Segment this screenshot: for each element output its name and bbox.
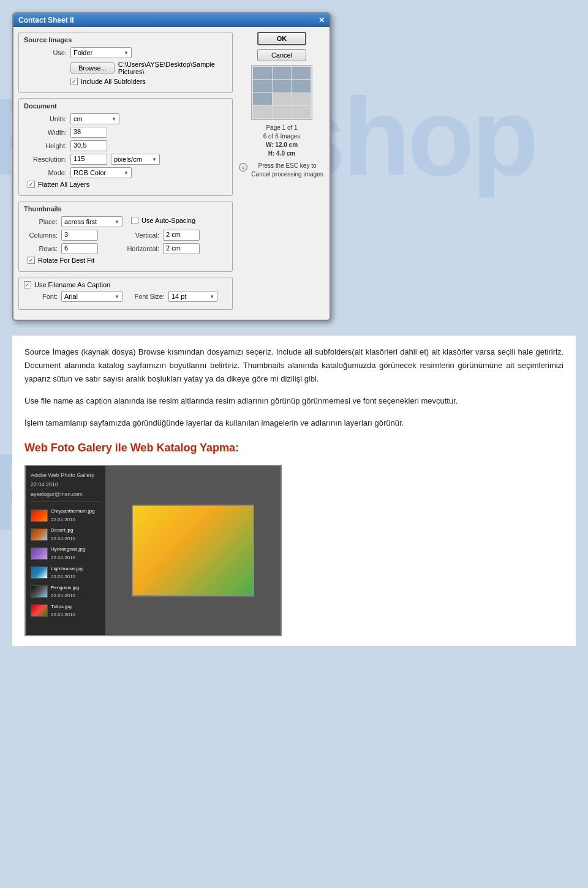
esc-text: Press the ESC key to Cancel processing i… xyxy=(250,162,325,179)
flatten-label: Flatten All Layers xyxy=(38,181,89,188)
gallery-item-chrysanthemum[interactable]: Chrysanthemum.jpg 22.04.2010 xyxy=(31,507,100,524)
gallery-item-info-2: Desert.jpg 22.04.2010 xyxy=(51,526,75,543)
gallery-sidebar: Adobe Web Photo Gallery 22.04.2010 aysel… xyxy=(26,466,105,635)
dialog-left-panel: Source Images Use: Folder ▼ Browse... C: xyxy=(18,32,233,315)
place-row: Place: across first ▼ Use Auto-Spacing xyxy=(24,216,227,227)
caption-label: Use Filename As Caption xyxy=(34,281,110,288)
height-row: Height: 30,5 xyxy=(24,140,227,151)
gallery-item-hydrangeas[interactable]: Hydrangeas.jpg 22.04.2010 xyxy=(31,545,100,562)
gallery-item-info-4: Lighthouse.jpg 22.04.2010 xyxy=(51,565,83,581)
browse-row: Browse... C:\Users\AYŞE\Desktop\Sample P… xyxy=(24,61,227,75)
section-heading: Web Foto Galery ile Web Katalog Yapma: xyxy=(24,438,564,457)
document-group: Document Units: cm ▼ Width: 38 xyxy=(18,98,233,196)
document-title: Document xyxy=(24,102,227,110)
autospacing-label: Use Auto-Spacing xyxy=(141,217,195,224)
fontsize-arrow: ▼ xyxy=(209,294,214,299)
page-count: Page 1 of 1 xyxy=(263,124,301,132)
thumb-desert xyxy=(31,529,48,541)
font-arrow: ▼ xyxy=(115,294,119,299)
height-info: H: 4.0 cm xyxy=(263,149,301,158)
dialog-title: Contact Sheet II xyxy=(18,16,74,24)
ok-button[interactable]: OK xyxy=(257,32,306,45)
use-dropdown-arrow: ▼ xyxy=(124,50,129,56)
thumb-lighthouse xyxy=(31,566,48,579)
use-select[interactable]: Folder ▼ xyxy=(70,47,132,58)
preview-cell-8 xyxy=(273,93,292,105)
font-select[interactable]: Arial ▼ xyxy=(61,291,123,302)
height-label: Height: xyxy=(24,142,67,149)
use-label: Use: xyxy=(24,49,67,56)
gallery-item-tulips[interactable]: Tulips.jpg 22.04.2010 xyxy=(31,603,100,619)
rows-input[interactable]: 6 xyxy=(61,243,98,254)
caption-checkbox[interactable] xyxy=(24,281,31,288)
rotate-checkbox[interactable] xyxy=(28,257,35,264)
gallery-screenshot: Adobe Web Photo Gallery 22.04.2010 aysel… xyxy=(24,465,282,636)
mode-select[interactable]: RGB Color ▼ xyxy=(70,167,132,178)
esc-icon: ↓ xyxy=(239,163,247,171)
columns-input[interactable]: 3 xyxy=(61,230,98,241)
autospacing-checkbox[interactable] xyxy=(131,217,138,224)
units-select[interactable]: cm ▼ xyxy=(70,113,119,124)
width-label: Width: xyxy=(24,129,67,136)
horizontal-input[interactable]: 2 cm xyxy=(163,243,200,254)
rotate-row: Rotate For Best Fit xyxy=(28,257,227,264)
use-value: Folder xyxy=(74,49,92,56)
place-arrow: ▼ xyxy=(115,219,119,225)
include-subfolders-label: Include All Subfolders xyxy=(81,78,146,85)
res-unit-arrow: ▼ xyxy=(152,157,157,162)
width-input[interactable]: 38 xyxy=(70,127,107,138)
thumb-hydrangeas xyxy=(31,547,48,560)
gallery-app-header: Adobe Web Photo Gallery 22.04.2010 aysel… xyxy=(31,471,100,502)
rows-row: Rows: 6 xyxy=(24,243,126,254)
vertical-input[interactable]: 2 cm xyxy=(163,230,200,241)
cancel-button[interactable]: Cancel xyxy=(257,49,306,61)
place-value: across first xyxy=(64,218,97,225)
source-images-title: Source Images xyxy=(24,36,227,43)
fontsize-select[interactable]: 14 pt ▼ xyxy=(168,291,217,302)
preview-cell-7 xyxy=(253,93,272,105)
gallery-item-info-1: Chrysanthemum.jpg 22.04.2010 xyxy=(51,507,95,524)
close-icon[interactable]: ✕ xyxy=(318,16,325,24)
rows-label: Rows: xyxy=(24,245,58,252)
place-select[interactable]: across first ▼ xyxy=(61,216,123,227)
dialog-body: Source Images Use: Folder ▼ Browse... C: xyxy=(13,27,330,320)
gallery-item-info-3: Hydrangeas.jpg 22.04.2010 xyxy=(51,545,85,562)
thumb-chrysanthemum xyxy=(31,510,48,522)
flatten-checkbox[interactable] xyxy=(28,181,35,188)
left-fields: Columns: 3 Rows: 6 xyxy=(24,230,126,257)
rotate-label: Rotate For Best Fit xyxy=(38,257,94,264)
browse-button[interactable]: Browse... xyxy=(70,62,115,73)
content-wrapper: Contact Sheet II ✕ Source Images Use: Fo… xyxy=(0,0,588,668)
page-info: Page 1 of 1 6 of 6 Images W: 12.0 cm H: … xyxy=(263,124,301,158)
dialog-window: Contact Sheet II ✕ Source Images Use: Fo… xyxy=(12,12,331,321)
mode-label: Mode: xyxy=(24,169,67,176)
gallery-item-lighthouse[interactable]: Lighthouse.jpg 22.04.2010 xyxy=(31,565,100,581)
resolution-label: Resolution: xyxy=(24,156,67,163)
gallery-item-info-5: Penguins.jpg 22.04.2010 xyxy=(51,584,79,600)
preview-grid xyxy=(251,65,312,120)
images-count: 6 of 6 Images xyxy=(263,132,301,141)
font-label: Font: xyxy=(24,293,58,300)
resolution-unit: pixels/cm xyxy=(114,156,142,163)
place-label: Place: xyxy=(24,218,58,225)
resolution-unit-select[interactable]: pixels/cm ▼ xyxy=(111,154,160,165)
units-arrow: ▼ xyxy=(111,116,116,122)
columns-label: Columns: xyxy=(24,231,58,239)
gallery-item-penguins[interactable]: Penguins.jpg 22.04.2010 xyxy=(31,584,100,600)
thumb-tulips xyxy=(31,604,48,617)
thumb-penguins xyxy=(31,585,48,598)
flatten-row: Flatten All Layers xyxy=(28,181,227,188)
horizontal-label: Horizontal: xyxy=(126,245,159,252)
gallery-featured-image xyxy=(132,505,254,596)
resolution-input[interactable]: 115 xyxy=(70,154,107,165)
include-subfolders-checkbox[interactable] xyxy=(70,78,78,85)
mode-value: RGB Color xyxy=(74,169,106,176)
include-subfolders-row: Include All Subfolders xyxy=(70,78,227,85)
paragraph-1: Source İmages (kaynak dosya) Browse kısm… xyxy=(24,345,564,386)
mode-row: Mode: RGB Color ▼ xyxy=(24,167,227,178)
gallery-item-desert[interactable]: Desert.jpg 22.04.2010 xyxy=(31,526,100,543)
preview-cell-9 xyxy=(292,93,311,105)
height-input[interactable]: 30,5 xyxy=(70,140,107,151)
dialog-right-panel: OK Cancel xyxy=(239,32,325,315)
main-text-area: Source İmages (kaynak dosya) Browse kısm… xyxy=(12,336,576,646)
